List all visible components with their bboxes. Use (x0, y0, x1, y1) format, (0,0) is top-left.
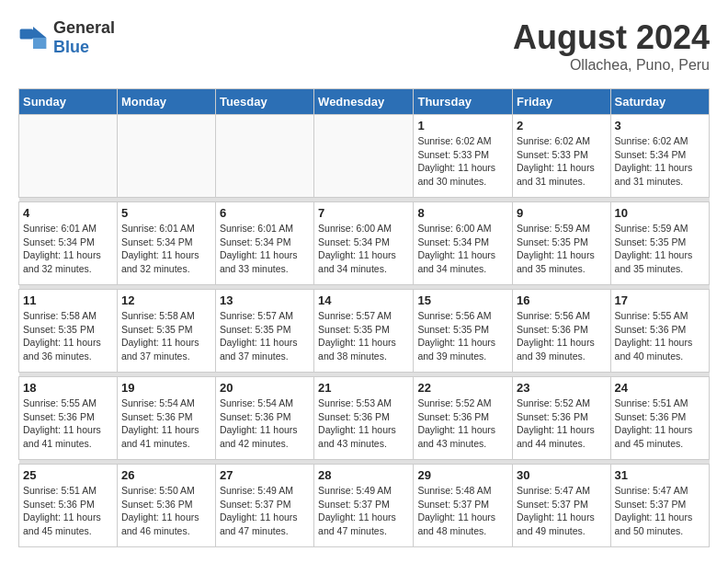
day-number: 19 (121, 381, 211, 395)
calendar-cell (19, 115, 118, 198)
calendar-cell: 26Sunrise: 5:50 AM Sunset: 5:36 PM Dayli… (117, 465, 215, 547)
calendar-cell: 18Sunrise: 5:55 AM Sunset: 5:36 PM Dayli… (19, 377, 118, 460)
day-number: 7 (318, 206, 409, 220)
calendar-cell: 20Sunrise: 5:54 AM Sunset: 5:36 PM Dayli… (215, 377, 313, 460)
day-info: Sunrise: 6:02 AM Sunset: 5:33 PM Dayligh… (517, 134, 607, 189)
calendar-cell: 22Sunrise: 5:52 AM Sunset: 5:36 PM Dayli… (414, 377, 513, 460)
day-info: Sunrise: 5:59 AM Sunset: 5:35 PM Dayligh… (615, 222, 705, 276)
svg-rect-0 (20, 29, 33, 39)
weekday-header-saturday: Saturday (610, 89, 709, 115)
day-info: Sunrise: 6:02 AM Sunset: 5:33 PM Dayligh… (417, 134, 508, 189)
weekday-header-sunday: Sunday (19, 89, 118, 115)
day-info: Sunrise: 5:51 AM Sunset: 5:36 PM Dayligh… (23, 484, 113, 538)
day-info: Sunrise: 5:51 AM Sunset: 5:36 PM Dayligh… (615, 396, 705, 451)
calendar-cell: 21Sunrise: 5:53 AM Sunset: 5:36 PM Dayli… (314, 377, 414, 460)
calendar-cell: 16Sunrise: 5:56 AM Sunset: 5:36 PM Dayli… (513, 290, 611, 373)
day-number: 21 (318, 381, 409, 395)
svg-marker-1 (33, 27, 46, 38)
calendar-cell: 7Sunrise: 6:00 AM Sunset: 5:34 PM Daylig… (314, 202, 414, 285)
weekday-header-friday: Friday (513, 89, 611, 115)
month-year-title: August 2024 (513, 18, 710, 57)
day-number: 24 (615, 381, 705, 395)
day-info: Sunrise: 5:56 AM Sunset: 5:36 PM Dayligh… (517, 309, 607, 363)
weekday-header-wednesday: Wednesday (314, 89, 414, 115)
calendar-cell: 13Sunrise: 5:57 AM Sunset: 5:35 PM Dayli… (215, 290, 313, 373)
calendar-cell: 25Sunrise: 5:51 AM Sunset: 5:36 PM Dayli… (19, 465, 118, 547)
calendar-cell (314, 115, 414, 198)
day-info: Sunrise: 5:54 AM Sunset: 5:36 PM Dayligh… (220, 396, 310, 451)
calendar-cell: 3Sunrise: 6:02 AM Sunset: 5:34 PM Daylig… (610, 115, 709, 198)
day-number: 5 (121, 206, 211, 220)
day-number: 2 (517, 119, 607, 132)
calendar-cell: 2Sunrise: 6:02 AM Sunset: 5:33 PM Daylig… (513, 115, 611, 198)
day-number: 16 (517, 293, 607, 307)
week-row-3: 11Sunrise: 5:58 AM Sunset: 5:35 PM Dayli… (19, 290, 710, 373)
calendar-cell: 29Sunrise: 5:48 AM Sunset: 5:37 PM Dayli… (414, 465, 513, 547)
calendar-cell: 31Sunrise: 5:47 AM Sunset: 5:37 PM Dayli… (610, 465, 709, 547)
calendar-cell: 28Sunrise: 5:49 AM Sunset: 5:37 PM Dayli… (314, 465, 414, 547)
calendar-cell: 6Sunrise: 6:01 AM Sunset: 5:34 PM Daylig… (215, 202, 313, 285)
day-number: 18 (23, 381, 113, 395)
week-row-2: 4Sunrise: 6:01 AM Sunset: 5:34 PM Daylig… (19, 202, 710, 285)
calendar-cell: 8Sunrise: 6:00 AM Sunset: 5:34 PM Daylig… (414, 202, 513, 285)
day-number: 11 (23, 293, 113, 307)
day-number: 17 (615, 293, 705, 307)
logo-text: General Blue (53, 18, 115, 57)
day-info: Sunrise: 5:57 AM Sunset: 5:35 PM Dayligh… (220, 309, 310, 363)
day-number: 4 (23, 206, 113, 220)
week-row-5: 25Sunrise: 5:51 AM Sunset: 5:36 PM Dayli… (19, 465, 710, 547)
day-number: 12 (121, 293, 211, 307)
calendar-cell: 11Sunrise: 5:58 AM Sunset: 5:35 PM Dayli… (19, 290, 118, 373)
day-info: Sunrise: 5:55 AM Sunset: 5:36 PM Dayligh… (615, 309, 705, 363)
day-number: 3 (615, 119, 705, 132)
day-number: 20 (220, 381, 310, 395)
day-info: Sunrise: 6:00 AM Sunset: 5:34 PM Dayligh… (417, 222, 508, 276)
day-number: 31 (615, 468, 705, 482)
day-info: Sunrise: 6:01 AM Sunset: 5:34 PM Dayligh… (220, 222, 310, 276)
calendar-cell: 15Sunrise: 5:56 AM Sunset: 5:35 PM Dayli… (414, 290, 513, 373)
logo-general: General (53, 18, 115, 37)
day-info: Sunrise: 6:01 AM Sunset: 5:34 PM Dayligh… (121, 222, 211, 276)
day-info: Sunrise: 5:53 AM Sunset: 5:36 PM Dayligh… (318, 396, 409, 451)
weekday-header-tuesday: Tuesday (215, 89, 313, 115)
calendar-cell: 24Sunrise: 5:51 AM Sunset: 5:36 PM Dayli… (610, 377, 709, 460)
day-info: Sunrise: 6:02 AM Sunset: 5:34 PM Dayligh… (615, 134, 705, 189)
calendar-cell: 14Sunrise: 5:57 AM Sunset: 5:35 PM Dayli… (314, 290, 414, 373)
week-row-4: 18Sunrise: 5:55 AM Sunset: 5:36 PM Dayli… (19, 377, 710, 460)
day-number: 25 (23, 468, 113, 482)
day-number: 9 (517, 206, 607, 220)
day-info: Sunrise: 5:54 AM Sunset: 5:36 PM Dayligh… (121, 396, 211, 451)
calendar-cell: 9Sunrise: 5:59 AM Sunset: 5:35 PM Daylig… (513, 202, 611, 285)
calendar-cell: 27Sunrise: 5:49 AM Sunset: 5:37 PM Dayli… (215, 465, 313, 547)
day-info: Sunrise: 5:52 AM Sunset: 5:36 PM Dayligh… (417, 396, 508, 451)
day-info: Sunrise: 5:58 AM Sunset: 5:35 PM Dayligh… (23, 309, 113, 363)
title-block: August 2024 Ollachea, Puno, Peru (513, 18, 710, 74)
day-number: 14 (318, 293, 409, 307)
calendar-table: SundayMondayTuesdayWednesdayThursdayFrid… (18, 88, 710, 547)
day-info: Sunrise: 5:57 AM Sunset: 5:35 PM Dayligh… (318, 309, 409, 363)
day-info: Sunrise: 6:00 AM Sunset: 5:34 PM Dayligh… (318, 222, 409, 276)
day-number: 28 (318, 468, 409, 482)
day-info: Sunrise: 5:49 AM Sunset: 5:37 PM Dayligh… (220, 484, 310, 538)
weekday-header-monday: Monday (117, 89, 215, 115)
day-info: Sunrise: 5:55 AM Sunset: 5:36 PM Dayligh… (23, 396, 113, 451)
day-number: 22 (417, 381, 508, 395)
svg-marker-2 (33, 38, 46, 49)
day-info: Sunrise: 5:52 AM Sunset: 5:36 PM Dayligh… (517, 396, 607, 451)
weekday-header-row: SundayMondayTuesdayWednesdayThursdayFrid… (19, 89, 710, 115)
day-number: 27 (220, 468, 310, 482)
day-number: 6 (220, 206, 310, 220)
calendar-cell: 5Sunrise: 6:01 AM Sunset: 5:34 PM Daylig… (117, 202, 215, 285)
day-number: 26 (121, 468, 211, 482)
day-number: 8 (417, 206, 508, 220)
day-number: 15 (417, 293, 508, 307)
day-number: 1 (417, 119, 508, 132)
calendar-cell: 17Sunrise: 5:55 AM Sunset: 5:36 PM Dayli… (610, 290, 709, 373)
location-title: Ollachea, Puno, Peru (513, 57, 710, 74)
day-number: 23 (517, 381, 607, 395)
calendar-cell: 12Sunrise: 5:58 AM Sunset: 5:35 PM Dayli… (117, 290, 215, 373)
day-info: Sunrise: 5:58 AM Sunset: 5:35 PM Dayligh… (121, 309, 211, 363)
calendar-cell: 23Sunrise: 5:52 AM Sunset: 5:36 PM Dayli… (513, 377, 611, 460)
day-info: Sunrise: 5:59 AM Sunset: 5:35 PM Dayligh… (517, 222, 607, 276)
page-header: General Blue August 2024 Ollachea, Puno,… (18, 18, 710, 74)
